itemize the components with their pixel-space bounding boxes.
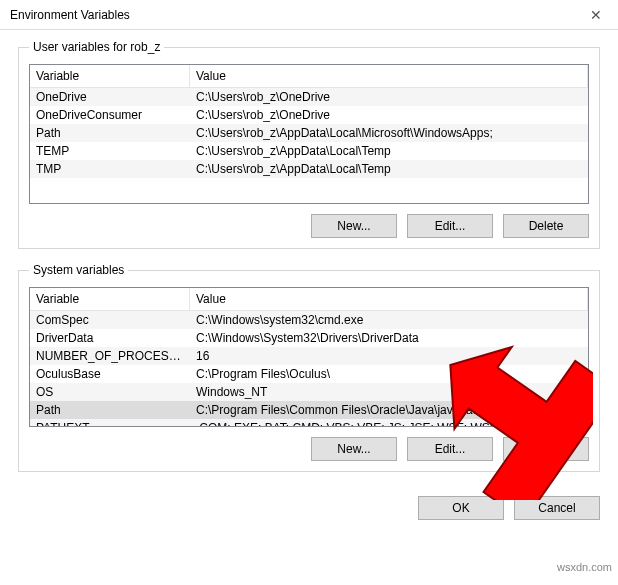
row-variable-value: C:\Users\rob_z\OneDrive <box>190 88 588 106</box>
row-variable-value: C:\Users\rob_z\OneDrive <box>190 106 588 124</box>
row-variable-name: OneDriveConsumer <box>30 106 190 124</box>
system-new-button[interactable]: New... <box>311 437 397 461</box>
row-variable-value: C:\Windows\System32\Drivers\DriverData <box>190 329 588 347</box>
row-variable-value: C:\Users\rob_z\AppData\Local\Microsoft\W… <box>190 124 588 142</box>
titlebar: Environment Variables ✕ <box>0 0 618 30</box>
user-edit-button[interactable]: Edit... <box>407 214 493 238</box>
row-variable-value: .COM;.EXE;.BAT;.CMD;.VBS;.VBE;.JS;.JSE;.… <box>190 419 588 427</box>
table-row[interactable]: TEMPC:\Users\rob_z\AppData\Local\Temp <box>30 142 588 160</box>
table-row[interactable]: TMPC:\Users\rob_z\AppData\Local\Temp <box>30 160 588 178</box>
table-row[interactable]: NUMBER_OF_PROCESSORS16 <box>30 347 588 365</box>
row-variable-value: C:\Users\rob_z\AppData\Local\Temp <box>190 142 588 160</box>
column-value[interactable]: Value <box>190 288 588 310</box>
system-list-header: Variable Value <box>30 288 588 311</box>
row-variable-value: Windows_NT <box>190 383 588 401</box>
user-buttons-row: New... Edit... Delete <box>29 214 589 238</box>
table-row[interactable]: PathC:\Program Files\Common Files\Oracle… <box>30 401 588 419</box>
watermark-text: wsxdn.com <box>557 561 612 573</box>
column-variable[interactable]: Variable <box>30 288 190 310</box>
row-variable-name: Path <box>30 401 190 419</box>
row-variable-name: OS <box>30 383 190 401</box>
row-variable-name: PATHEXT <box>30 419 190 427</box>
column-value[interactable]: Value <box>190 65 588 87</box>
column-variable[interactable]: Variable <box>30 65 190 87</box>
system-variables-list[interactable]: Variable Value ComSpecC:\Windows\system3… <box>29 287 589 427</box>
table-row[interactable]: OneDriveConsumerC:\Users\rob_z\OneDrive <box>30 106 588 124</box>
cancel-button[interactable]: Cancel <box>514 496 600 520</box>
dialog-body: User variables for rob_z Variable Value … <box>0 30 618 472</box>
user-new-button[interactable]: New... <box>311 214 397 238</box>
row-variable-value: C:\Users\rob_z\AppData\Local\Temp <box>190 160 588 178</box>
row-variable-name: TEMP <box>30 142 190 160</box>
row-variable-name: TMP <box>30 160 190 178</box>
close-icon[interactable]: ✕ <box>573 0 618 30</box>
table-row[interactable]: PathC:\Users\rob_z\AppData\Local\Microso… <box>30 124 588 142</box>
ok-button[interactable]: OK <box>418 496 504 520</box>
row-variable-name: NUMBER_OF_PROCESSORS <box>30 347 190 365</box>
user-delete-button[interactable]: Delete <box>503 214 589 238</box>
system-buttons-row: New... Edit... Delete <box>29 437 589 461</box>
user-list-header: Variable Value <box>30 65 588 88</box>
window-title: Environment Variables <box>10 8 130 22</box>
user-variables-legend: User variables for rob_z <box>29 40 164 54</box>
row-variable-name: OneDrive <box>30 88 190 106</box>
table-row[interactable]: OSWindows_NT <box>30 383 588 401</box>
system-edit-button[interactable]: Edit... <box>407 437 493 461</box>
dialog-footer: OK Cancel <box>0 486 618 534</box>
table-row[interactable]: DriverDataC:\Windows\System32\Drivers\Dr… <box>30 329 588 347</box>
row-variable-name: ComSpec <box>30 311 190 329</box>
row-variable-value: C:\Windows\system32\cmd.exe <box>190 311 588 329</box>
system-variables-legend: System variables <box>29 263 128 277</box>
row-variable-name: OculusBase <box>30 365 190 383</box>
table-row[interactable]: ComSpecC:\Windows\system32\cmd.exe <box>30 311 588 329</box>
row-variable-name: Path <box>30 124 190 142</box>
table-row[interactable]: OculusBaseC:\Program Files\Oculus\ <box>30 365 588 383</box>
row-variable-value: C:\Program Files\Oculus\ <box>190 365 588 383</box>
row-variable-value: C:\Program Files\Common Files\Oracle\Jav… <box>190 401 588 419</box>
table-row[interactable]: PATHEXT.COM;.EXE;.BAT;.CMD;.VBS;.VBE;.JS… <box>30 419 588 427</box>
table-row[interactable]: OneDriveC:\Users\rob_z\OneDrive <box>30 88 588 106</box>
row-variable-name: DriverData <box>30 329 190 347</box>
system-delete-button[interactable]: Delete <box>503 437 589 461</box>
user-variables-group: User variables for rob_z Variable Value … <box>18 40 600 249</box>
user-variables-list[interactable]: Variable Value OneDriveC:\Users\rob_z\On… <box>29 64 589 204</box>
row-variable-value: 16 <box>190 347 588 365</box>
system-variables-group: System variables Variable Value ComSpecC… <box>18 263 600 472</box>
